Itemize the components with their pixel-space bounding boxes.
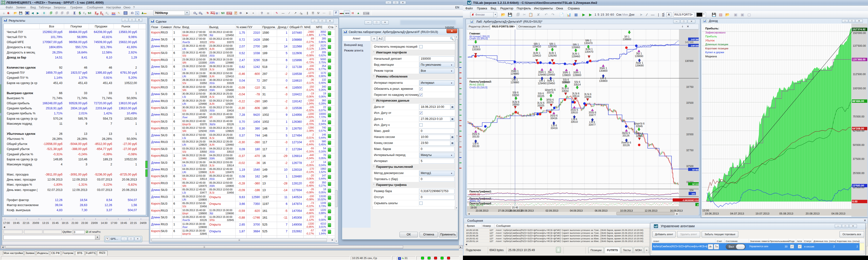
svg-text:Убыток: Убыток bbox=[705, 39, 715, 42]
svg-text:33133: 33133 bbox=[472, 145, 479, 148]
svg-text:33325: 33325 bbox=[537, 95, 544, 98]
svg-text:128920: 128920 bbox=[562, 81, 570, 83]
svg-text:129450: 129450 bbox=[546, 73, 555, 76]
svg-text:05.08.2013: 05.08.2013 bbox=[779, 212, 793, 215]
svg-text:33'000: 33'000 bbox=[686, 133, 693, 136]
svg-text:ОткRi (0) [RIU3]: ОткRi (0) [RIU3] bbox=[469, 37, 488, 40]
svg-text:32'750: 32'750 bbox=[686, 149, 693, 152]
svg-text:Прибыль: Прибыль bbox=[705, 35, 717, 38]
svg-text:33'500: 33'500 bbox=[686, 102, 693, 104]
svg-text:33514: 33514 bbox=[572, 95, 579, 98]
svg-text:Зафиксировано: Зафиксировано bbox=[705, 31, 725, 34]
svg-text:33'750: 33'750 bbox=[686, 86, 693, 88]
svg-text:33416: 33416 bbox=[551, 126, 557, 129]
svg-text:33416: 33416 bbox=[550, 117, 557, 120]
svg-text:150'000.00: 150'000.00 bbox=[853, 32, 866, 34]
svg-text:19.06.2013: 19.06.2013 bbox=[705, 212, 719, 215]
svg-text:0.00: 0.00 bbox=[852, 200, 858, 203]
svg-text:19:00: 19:00 bbox=[470, 206, 477, 209]
svg-text:129240: 129240 bbox=[548, 54, 557, 57]
svg-text:ПанельГрафика3:: ПанельГрафика3: bbox=[469, 80, 492, 83]
svg-text:130470: 130470 bbox=[584, 42, 592, 44]
svg-text:104: 104 bbox=[689, 189, 693, 192]
svg-text:23.08.2013: 23.08.2013 bbox=[476, 209, 489, 212]
svg-text:32'500: 32'500 bbox=[686, 165, 693, 168]
svg-text:33477: 33477 bbox=[589, 114, 596, 116]
svg-text:10.09.2013: 10.09.2013 bbox=[620, 209, 633, 212]
svg-text:25'000.00: 25'000.00 bbox=[853, 172, 864, 175]
svg-text:130'000: 130'000 bbox=[685, 60, 694, 62]
svg-text:Исто1 [SiU3]: Исто1 [SiU3] bbox=[469, 83, 484, 86]
svg-text:32'461: 32'461 bbox=[692, 168, 699, 171]
svg-text:125'368.00: 125'368.00 bbox=[852, 58, 866, 61]
svg-text:ПанельГрафика1:: ПанельГрафика1: bbox=[469, 190, 492, 193]
svg-text:Длинные позиции: Длинные позиции bbox=[705, 43, 728, 46]
svg-text:129410: 129410 bbox=[532, 45, 541, 48]
svg-text:139690: 139690 bbox=[634, 54, 643, 58]
svg-text:20.08.2013: 20.08.2013 bbox=[806, 212, 819, 215]
svg-text:33510: 33510 bbox=[571, 111, 578, 114]
svg-text:75'000.00: 75'000.00 bbox=[853, 115, 864, 118]
svg-text:Короткие позиции: Короткие позиции bbox=[705, 47, 728, 50]
svg-text:112'500.00: 112'500.00 bbox=[853, 73, 866, 76]
svg-text:33'250: 33'250 bbox=[686, 117, 693, 120]
svg-text:130800: 130800 bbox=[599, 79, 607, 82]
svg-text:15:45: 15:45 bbox=[512, 206, 518, 209]
svg-text:140'200: 140'200 bbox=[691, 44, 699, 47]
svg-text:▶: ▶ bbox=[676, 213, 678, 215]
svg-text:29.08.2013: 29.08.2013 bbox=[521, 209, 534, 212]
svg-text:143'390: 143'390 bbox=[691, 38, 699, 41]
svg-text:19.07.2013: 19.07.2013 bbox=[755, 212, 769, 215]
svg-text:33325: 33325 bbox=[537, 104, 544, 107]
svg-text:100'000.00: 100'000.00 bbox=[853, 87, 866, 90]
svg-text:139690: 139690 bbox=[635, 64, 644, 67]
svg-text:Прибыль:: Прибыль: bbox=[705, 27, 719, 30]
svg-text:13:00: 13:00 bbox=[702, 209, 709, 212]
svg-text:130800: 130800 bbox=[599, 69, 607, 72]
svg-text:137'500.00: 137'500.00 bbox=[853, 44, 866, 47]
svg-text:33510: 33510 bbox=[571, 120, 578, 123]
svg-text:Купил и держи: Купил и держи bbox=[705, 51, 724, 54]
svg-text:04.09.2013: 04.09.2013 bbox=[570, 209, 583, 212]
svg-text:128460: 128460 bbox=[571, 46, 580, 49]
svg-text:129980: 129980 bbox=[510, 72, 519, 75]
svg-text:129980: 129980 bbox=[510, 81, 519, 84]
svg-text:28.08.2013: 28.08.2013 bbox=[509, 209, 522, 212]
svg-text:02.09.2013: 02.09.2013 bbox=[546, 209, 558, 212]
svg-text:ОткSi (0) [SiU3]: ОткSi (0) [SiU3] bbox=[469, 86, 487, 89]
svg-text:129490: 129490 bbox=[538, 73, 546, 76]
svg-text:138900: 138900 bbox=[623, 38, 631, 41]
svg-text:129410: 129410 bbox=[532, 54, 541, 57]
svg-text:129490: 129490 bbox=[538, 82, 546, 85]
svg-text:101: 101 bbox=[691, 192, 695, 195]
svg-text:47: 47 bbox=[697, 203, 699, 206]
svg-text:33133: 33133 bbox=[472, 135, 479, 138]
svg-text:62'500.00: 62'500.00 bbox=[853, 129, 864, 132]
svg-text:04.07.2013: 04.07.2013 bbox=[730, 212, 744, 215]
svg-text:50'000.00: 50'000.00 bbox=[853, 144, 864, 146]
svg-text:16.09.2013: 16.09.2013 bbox=[670, 209, 683, 212]
svg-text:33350: 33350 bbox=[512, 94, 519, 97]
svg-text:-2.963659E+010: -2.963659E+010 bbox=[682, 199, 699, 201]
svg-text:88'484.00: 88'484.00 bbox=[852, 100, 864, 103]
svg-text:33370: 33370 bbox=[547, 91, 554, 94]
svg-text:141'168: 141'168 bbox=[685, 41, 694, 44]
svg-text:32845: 32845 bbox=[636, 135, 643, 138]
svg-text:◀: ◀ bbox=[468, 213, 470, 215]
svg-text:06.09.2013: 06.09.2013 bbox=[595, 209, 608, 212]
svg-text:33350: 33350 bbox=[512, 103, 519, 106]
svg-text:33514: 33514 bbox=[574, 83, 581, 86]
svg-text:32845: 32845 bbox=[636, 125, 643, 127]
svg-text:128900: 128900 bbox=[572, 74, 581, 77]
svg-text:128460: 128460 bbox=[571, 55, 580, 58]
svg-text:12.09.2013: 12.09.2013 bbox=[645, 209, 657, 212]
svg-text:12'500.00: 12'500.00 bbox=[853, 186, 864, 189]
svg-text:33126: 33126 bbox=[623, 144, 629, 147]
svg-text:33370: 33370 bbox=[546, 101, 553, 104]
svg-text:128820: 128820 bbox=[562, 74, 570, 77]
svg-text:33550: 33550 bbox=[562, 89, 568, 92]
svg-text:130470: 130470 bbox=[585, 50, 593, 53]
svg-text:152'374.92: 152'374.92 bbox=[852, 28, 866, 31]
svg-text:129240: 129240 bbox=[548, 45, 557, 48]
svg-text:33456: 33456 bbox=[584, 95, 591, 98]
